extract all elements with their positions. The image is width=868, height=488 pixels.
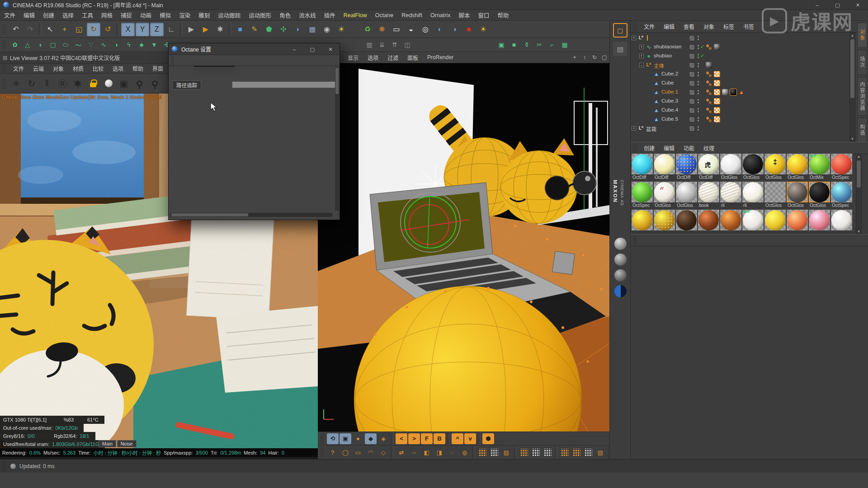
menu-item-脚本[interactable]: 脚本 (454, 11, 474, 19)
toolbar-hair-icon[interactable]: ❋ (375, 23, 389, 36)
tag-dots-icon[interactable] (706, 71, 712, 77)
dialog-hscrollbar[interactable] (170, 213, 332, 217)
toolbar-add-field-icon[interactable]: ◗ (291, 23, 305, 36)
tree-row[interactable]: +●shubiao✓ (631, 52, 856, 61)
octsel-ghost-cube-icon[interactable]: ◌ (446, 447, 458, 458)
layer-toggle[interactable] (689, 99, 695, 104)
grip-handle[interactable] (171, 56, 175, 66)
toolbar2-plane-icon[interactable]: ▢ (47, 39, 59, 51)
oct-clay-cube-icon[interactable]: ◈ (377, 433, 389, 444)
visibility-dots[interactable] (697, 62, 699, 68)
visibility-dots[interactable] (697, 35, 699, 41)
object-label[interactable]: Cube.1 (661, 89, 678, 94)
menu-item-流水线[interactable]: 流水线 (295, 11, 320, 19)
octsel-dots-6-icon[interactable] (561, 449, 569, 456)
minimize-button[interactable]: – (807, 0, 827, 10)
menu-item-窗口[interactable]: 窗口 (474, 11, 494, 19)
octsel-pass-a-icon[interactable]: ▨ (500, 447, 512, 458)
preview-sphere-icon[interactable] (614, 238, 627, 250)
octsel-copy-icon[interactable]: ◧ (421, 447, 433, 458)
oct-back-icon[interactable]: B (434, 433, 445, 444)
mat-menu-功能[interactable]: 功能 (679, 144, 699, 152)
lv-turbine-icon[interactable]: ✳ (9, 76, 24, 91)
toolbar2-cube-wire-icon[interactable]: ▣ (495, 39, 507, 51)
menu-item-Ornatrix[interactable]: Ornatrix (426, 12, 454, 19)
lv-settings-gear-icon[interactable]: ✱ (71, 76, 85, 91)
material-cell[interactable]: rli (720, 182, 741, 209)
tag-checker-icon[interactable] (714, 116, 720, 122)
material-cell[interactable] (764, 210, 786, 234)
material-cell[interactable]: OctGlos (787, 154, 808, 181)
octsel-dots-5-icon[interactable] (543, 449, 552, 456)
lv-menu-界面[interactable]: 界面 (148, 65, 168, 72)
toolbar-render-view-icon[interactable]: ▶ (184, 23, 198, 36)
expand-toggle-icon[interactable]: + (639, 54, 644, 58)
toolbar-recycle-icon[interactable]: ♻ (361, 23, 374, 36)
scroll-down-icon[interactable]: ▼ (856, 230, 861, 234)
menu-item-Octane[interactable]: Octane (371, 12, 397, 19)
maximize-button[interactable]: ▢ (827, 0, 848, 10)
oct-clay-shield-icon[interactable]: ◆ (365, 433, 377, 444)
toolbar-add-deformer-icon[interactable]: ✣ (277, 23, 290, 36)
toolbar-undo-icon[interactable]: ↶ (9, 23, 23, 36)
vp-menu-过滤[interactable]: 过滤 (383, 54, 403, 61)
tag-dots-icon[interactable] (706, 116, 712, 122)
visibility-dots[interactable] (697, 44, 699, 50)
expand-toggle-icon[interactable]: − (639, 63, 644, 67)
toolbar-coord-system-icon[interactable]: ∟ (165, 23, 178, 36)
octsel-dots-1-icon[interactable] (478, 449, 486, 456)
toolbar2-panel-icon[interactable]: ◫ (401, 39, 413, 51)
tree-row[interactable]: ▲Cube.4 (631, 106, 856, 115)
om-menu-书签[interactable]: 书签 (739, 23, 759, 30)
close-button[interactable]: ✕ (848, 0, 868, 10)
tag-sphere-black-sel-icon[interactable] (730, 89, 736, 95)
octsel-move-v-icon[interactable]: ⇔ (408, 447, 420, 458)
om-menu-查看[interactable]: 查看 (679, 23, 699, 30)
object-manager-scrollbar[interactable]: ▲ ▼ (849, 33, 855, 142)
object-label[interactable]: Cube.3 (661, 98, 678, 103)
toolbar-sun-icon[interactable]: ☀ (476, 23, 490, 36)
visibility-dots[interactable] (697, 117, 699, 122)
toolbar2-cube-grey-icon[interactable]: ▥ (363, 39, 375, 51)
menu-item-运动跟踪[interactable]: 运动跟踪 (214, 11, 245, 19)
tag-dots-icon[interactable] (706, 98, 712, 104)
toolbar2-arrows-dn-icon[interactable]: ⇊ (376, 39, 388, 51)
lv-menu-选项[interactable]: 选项 (108, 65, 128, 72)
octsel-paste-icon[interactable]: ◨ (434, 447, 445, 458)
grip-handle[interactable] (2, 40, 6, 50)
scrollbar-thumb[interactable] (171, 213, 248, 216)
tag-dots-icon[interactable] (706, 107, 712, 113)
material-cell[interactable]: OctSpec (831, 182, 852, 209)
toolbar2-screw-icon[interactable]: 〜 (72, 39, 84, 51)
object-label[interactable]: 主体 (654, 62, 664, 69)
material-cell[interactable] (787, 210, 808, 234)
material-cell[interactable]: MIXOctMix (809, 154, 830, 181)
oct-up-icon[interactable]: ^ (452, 433, 463, 444)
palette-icon[interactable]: ▤ (613, 42, 627, 56)
menu-item-渲染[interactable]: 渲染 (175, 11, 194, 19)
oct-down-icon[interactable]: v (464, 433, 476, 444)
object-label[interactable]: Cube.4 (661, 107, 678, 113)
oct-material-picker-icon[interactable]: ● (352, 433, 364, 444)
toolbar-render-settings-icon[interactable]: ✱ (213, 23, 227, 36)
viewport-canvas[interactable] (318, 63, 609, 432)
grip-handle[interactable] (320, 447, 324, 457)
menu-item-帮助[interactable]: 帮助 (494, 11, 513, 19)
pass-tab-Noise[interactable]: Noise (117, 440, 137, 447)
octsel-select-rect-icon[interactable]: ▭ (352, 447, 364, 458)
octsel-select-poly-icon[interactable]: ◇ (377, 447, 389, 458)
layer-toggle[interactable] (689, 35, 695, 41)
material-cell[interactable]: OctGlos (742, 154, 764, 181)
tree-row[interactable]: +L⁰盆栽 (631, 124, 856, 133)
menu-item-工具[interactable]: 工具 (78, 11, 97, 19)
toolbar-scale-icon[interactable]: ◱ (72, 23, 86, 36)
toolbar2-half-icon[interactable]: ◖ (34, 39, 46, 51)
object-label[interactable]: Cube.2 (661, 71, 678, 76)
preview-sphere-icon[interactable] (614, 253, 627, 266)
visibility-dots[interactable] (697, 71, 699, 77)
tree-row[interactable]: −L⁰主体 (631, 61, 856, 70)
octsel-dots-3-icon[interactable] (520, 449, 528, 456)
layer-toggle[interactable] (689, 80, 695, 86)
octsel-dots-2-icon[interactable] (490, 449, 498, 456)
toolbar-area-light-icon[interactable]: ▭ (390, 23, 403, 36)
